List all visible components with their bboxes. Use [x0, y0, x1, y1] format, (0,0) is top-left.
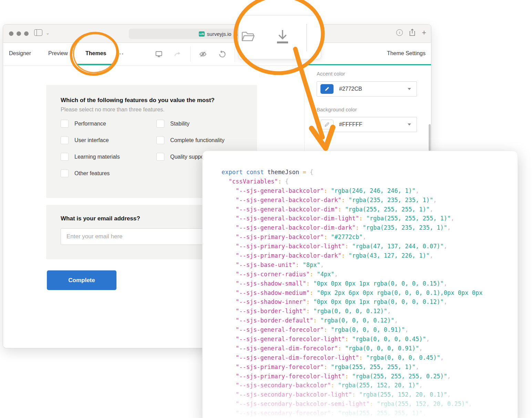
browser-titlebar: ⌄ sJS surveyjs.io i + — [3, 24, 431, 43]
scrollbar-thumb[interactable] — [429, 124, 431, 151]
code-line: "--sjs-secondary-backcolor": "rgba(255, … — [222, 381, 482, 390]
code-line: "--sjs-general-forecolor": "rgba(0, 0, 0… — [222, 325, 482, 335]
accent-color-input[interactable]: #2772CB — [317, 81, 417, 97]
color-picker-icon[interactable] — [320, 84, 334, 94]
code-line: "--sjs-corner-radius": "4px", — [222, 270, 482, 279]
checkbox[interactable] — [156, 153, 164, 161]
code-line: "--sjs-general-backcolor-dark": "rgba(23… — [222, 196, 482, 205]
code-line: "--sjs-secondary-backcolor-semi-light": … — [222, 399, 482, 409]
checkbox-label: Quality support — [170, 154, 207, 160]
code-line: "--sjs-border-light": "rgba(0, 0, 0, 0.1… — [222, 307, 482, 316]
code-line: "--sjs-primary-forecolor": "rgba(255, 25… — [222, 362, 482, 372]
question-title: What is your email address? — [61, 215, 140, 222]
download-icon[interactable] — [275, 28, 290, 46]
checkbox-item[interactable]: User interface — [61, 136, 120, 144]
code-line: "cssVariables": { — [222, 177, 482, 186]
lock-icon — [234, 31, 238, 37]
page: ⌄ sJS surveyjs.io i + Designer Prev — [0, 0, 532, 418]
checkbox[interactable] — [61, 120, 69, 128]
background-color-value: #FFFFFF — [339, 121, 362, 128]
url-text: surveyjs.io — [207, 31, 232, 37]
code-line: "--sjs-general-backcolor-dim": "rgba(255… — [222, 205, 482, 214]
more-tabs-icon[interactable]: ••• — [117, 52, 124, 57]
code-line: "--sjs-general-backcolor-dim-dark": "rgb… — [222, 223, 482, 232]
minimize-button[interactable] — [17, 31, 21, 36]
code-line: "--sjs-border-default": "rgba(0, 0, 0, 0… — [222, 316, 482, 325]
checkbox-label: Learning materials — [74, 154, 120, 160]
zoom-button[interactable] — [24, 31, 29, 36]
hide-preview-icon[interactable] — [199, 50, 207, 58]
code-line: "--sjs-primary-forecolor-light": "rgba(2… — [222, 372, 482, 381]
code-line: "--sjs-shadow-small": "0px 0px 0px 1px r… — [222, 279, 482, 288]
active-tab-underline — [77, 64, 114, 65]
code-line: "--sjs-shadow-medium": "0px 2px 6px 0px … — [222, 288, 482, 298]
checkbox-label: Complete functionality — [170, 137, 224, 143]
info-icon[interactable]: i — [396, 29, 403, 36]
code-line: "--sjs-general-forecolor-light": "rgba(0… — [222, 335, 482, 344]
checkbox[interactable] — [61, 153, 69, 161]
chevron-down-icon[interactable] — [408, 123, 411, 126]
export-toolbar-callout — [238, 15, 321, 59]
chevron-down-icon[interactable] — [408, 88, 411, 90]
code-line: "--sjs-base-unit": "8px", — [222, 260, 482, 270]
share-icon[interactable] — [409, 29, 416, 36]
code-line: "--sjs-secondary-forecolor": "rgba(255, … — [222, 409, 482, 418]
checkbox[interactable] — [156, 120, 164, 128]
toolbar-divider — [190, 47, 191, 62]
background-color-input[interactable]: #FFFFFF — [317, 117, 417, 132]
device-preview-icon[interactable] — [155, 50, 163, 58]
code-line: "--sjs-general-dim-forecolor": "rgba(0, … — [222, 344, 482, 353]
reset-icon[interactable] — [218, 50, 226, 58]
background-color-label: Background color — [317, 107, 357, 112]
code-line: "--sjs-primary-backcolor-light": "rgba(4… — [222, 242, 482, 251]
checkbox[interactable] — [61, 136, 69, 144]
checkbox-item[interactable]: Complete functionality — [156, 136, 224, 144]
complete-button[interactable]: Complete — [47, 270, 116, 290]
tab-designer[interactable]: Designer — [9, 50, 31, 57]
tab-themes[interactable]: Themes — [85, 50, 106, 57]
question-subtitle: Please select no more than three feature… — [61, 107, 165, 113]
theme-settings-title: Theme Settings — [387, 50, 426, 57]
tab-bar: Designer Preview Themes ••• — [3, 43, 431, 66]
accent-color-value: #2772CB — [339, 86, 362, 92]
question-title: Which of the following features do you v… — [61, 97, 215, 104]
code-line: "--sjs-secondary-backcolor-light": "rgba… — [222, 390, 482, 399]
checkbox-label: Stability — [170, 121, 190, 127]
toolbar-divider — [235, 47, 235, 62]
sidebar-toggle-icon[interactable] — [34, 29, 42, 36]
checkbox-label: Other features — [74, 170, 110, 177]
code-line: export const themeJson = { — [222, 168, 482, 177]
checkbox[interactable] — [61, 169, 69, 177]
checkbox-column-1: PerformanceUser interfaceLearning materi… — [61, 120, 120, 186]
code-panel: export const themeJson = { "cssVariables… — [202, 151, 518, 418]
callout-divider — [306, 24, 307, 51]
tab-preview[interactable]: Preview — [48, 50, 68, 57]
redo-icon[interactable] — [173, 50, 182, 58]
code-line: "--sjs-primary-backcolor-dark": "rgba(43… — [222, 251, 482, 260]
checkbox-item[interactable]: Learning materials — [61, 153, 120, 161]
import-folder-icon[interactable] — [241, 30, 255, 43]
new-tab-icon[interactable]: + — [422, 29, 426, 36]
code-line: "--sjs-shadow-inner": "0px 0px 0px 1px r… — [222, 297, 482, 307]
code-content: export const themeJson = { "cssVariables… — [222, 168, 482, 418]
surveyjs-favicon: sJS — [199, 31, 205, 37]
checkbox-label: Performance — [74, 121, 106, 127]
code-line: "--sjs-general-backcolor": "rgba(246, 24… — [222, 186, 482, 196]
code-line: "--sjs-general-backcolor-dim-light": "rg… — [222, 214, 482, 223]
close-button[interactable] — [9, 31, 13, 36]
email-placeholder: Enter your email here — [66, 233, 123, 240]
code-line: "--sjs-general-dim-forecolor-light": "rg… — [222, 353, 482, 362]
checkbox-item[interactable]: Other features — [61, 169, 120, 177]
color-picker-icon[interactable] — [320, 120, 334, 129]
code-line: "--sjs-primary-backcolor": "#2772cb", — [222, 232, 482, 242]
checkbox-item[interactable]: Stability — [156, 120, 224, 128]
checkbox-item[interactable]: Performance — [61, 120, 120, 128]
theme-settings-header-underline — [304, 64, 431, 65]
checkbox[interactable] — [156, 136, 164, 144]
accent-color-label: Accent color — [317, 71, 345, 77]
checkbox-label: User interface — [74, 137, 109, 143]
chevron-down-icon[interactable]: ⌄ — [46, 30, 50, 36]
